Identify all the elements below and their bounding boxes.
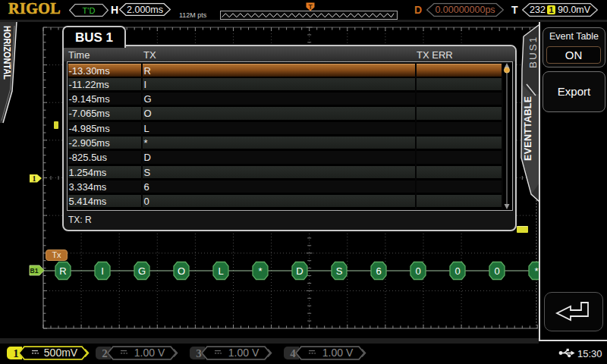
svg-text:2.000ms: 2.000ms xyxy=(127,5,163,15)
svg-text:R: R xyxy=(59,265,66,277)
svg-text:BUS1: BUS1 xyxy=(527,36,539,68)
svg-text:I: I xyxy=(101,265,104,277)
svg-text:6: 6 xyxy=(376,265,381,277)
svg-text:0: 0 xyxy=(415,265,420,277)
svg-text:232: 232 xyxy=(530,5,546,15)
svg-text:2: 2 xyxy=(102,347,108,359)
svg-text:500mV: 500mV xyxy=(44,347,78,359)
svg-text:1: 1 xyxy=(13,347,19,359)
svg-text:0.00000000ps: 0.00000000ps xyxy=(435,5,495,15)
svg-text:G: G xyxy=(138,265,146,277)
svg-text:B1: B1 xyxy=(30,267,39,275)
svg-text:EVENTTABLE: EVENTTABLE xyxy=(523,96,533,161)
svg-text:1.00 V: 1.00 V xyxy=(322,347,354,359)
svg-text:*: * xyxy=(258,265,262,277)
svg-text:T'D: T'D xyxy=(83,6,96,15)
svg-text:D: D xyxy=(296,265,303,277)
svg-text:1.00 V: 1.00 V xyxy=(228,347,259,359)
svg-text:0: 0 xyxy=(454,265,460,277)
svg-text:O: O xyxy=(178,265,185,277)
svg-text:90.0mV: 90.0mV xyxy=(558,5,591,15)
svg-text:*: * xyxy=(534,265,538,277)
svg-text:1: 1 xyxy=(33,174,36,183)
svg-text:3: 3 xyxy=(196,347,202,359)
svg-text:1.00 V: 1.00 V xyxy=(134,347,165,359)
svg-text:1: 1 xyxy=(549,5,553,14)
svg-text:HORIZONTAL: HORIZONTAL xyxy=(2,26,13,80)
svg-text:L: L xyxy=(218,265,223,277)
svg-text:0: 0 xyxy=(494,265,499,277)
svg-text:T: T xyxy=(308,3,313,11)
svg-text:S: S xyxy=(336,265,343,277)
